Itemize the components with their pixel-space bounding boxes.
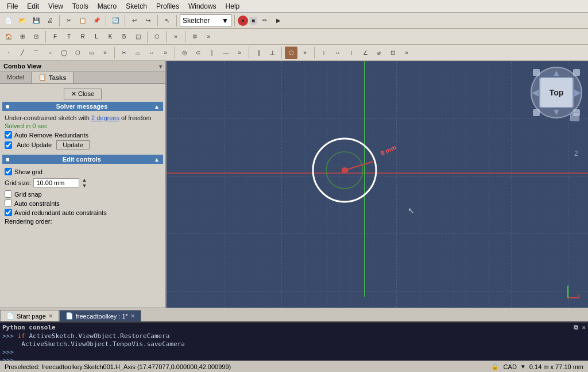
btn-con-horizontal[interactable]: — [219,47,232,59]
btn-con-angle[interactable]: ∠ [359,47,372,59]
menu-profiles[interactable]: Profiles [152,1,184,11]
btn-open[interactable]: 📂 [16,14,29,27]
nav-cube-arrow-left[interactable]: ◀ [532,87,539,98]
btn-view-top[interactable]: T [63,30,75,43]
btn-sketch-polyline[interactable]: ⬡ [71,47,84,59]
btn-sketch-circle[interactable]: ○ [44,47,56,59]
edit-section-checkbox[interactable]: ■ [6,156,10,163]
btn-sketch-more3[interactable]: » [400,47,413,59]
btn-edit-macro[interactable]: ✏ [258,14,271,27]
freecad-close[interactable]: ✕ [130,313,135,319]
start-page-close[interactable]: ✕ [48,313,53,319]
grid-size-down[interactable]: ▼ [82,183,87,189]
btn-sketch-more2[interactable]: » [159,47,172,59]
btn-con-hdist[interactable]: ↔ [331,47,344,59]
update-button[interactable]: Update [56,140,89,149]
btn-sketch-trim[interactable]: ✂ [118,47,130,59]
nav-cube-corner-bl[interactable] [533,109,540,116]
menu-sketch[interactable]: Sketch [121,1,152,11]
nav-cube-corner-tl[interactable] [533,69,540,76]
grid-snap-checkbox[interactable] [5,190,12,198]
show-grid-checkbox[interactable] [5,168,12,175]
btn-con-dist[interactable]: ↕ [318,47,330,59]
btn-sketch-fillet[interactable]: ⌓ [131,47,144,59]
auto-constraints-checkbox[interactable] [5,200,12,207]
btn-view-wire[interactable]: ⬡ [150,30,163,43]
btn-sketch-line[interactable]: ╱ [16,47,29,59]
btn-con-radius[interactable]: ⌀ [373,47,385,59]
btn-con-perp[interactable]: ⊥ [266,47,278,59]
btn-paste[interactable]: 📌 [90,14,103,27]
grid-size-up[interactable]: ▲ [82,177,87,183]
btn-con-lock[interactable]: ⬡ [285,47,297,59]
tab-freecadtoolkey[interactable]: 📄 freecadtoolkey : 1* ✕ [59,310,141,321]
btn-sketch-rect[interactable]: ▭ [85,47,98,59]
btn-view-more[interactable]: » [169,30,182,43]
tab-model[interactable]: Model [0,72,32,83]
btn-sketch-arc[interactable]: ⌒ [30,47,42,59]
menu-tools[interactable]: Tools [68,1,93,11]
solver-section-checkbox[interactable]: ■ [6,103,10,110]
menu-file[interactable]: File [2,1,22,11]
btn-sketch-ext[interactable]: ↔ [145,47,158,59]
btn-save[interactable]: 💾 [30,14,42,27]
btn-con-vdist[interactable]: ↕ [345,47,358,59]
canvas-area[interactable]: 8 mm ↖ 2 ▲ ▼ ◀ ▶ [167,61,588,308]
btn-sketch-more1[interactable]: » [99,47,111,59]
btn-redo[interactable]: ↪ [142,14,154,27]
btn-sketch-options[interactable]: ⚙ [188,30,201,43]
btn-view-front[interactable]: F [49,30,61,43]
nav-cube-face-top[interactable]: Top [539,77,574,108]
console-close-icon[interactable]: ✕ [582,324,586,331]
nav-cube-corner-tr[interactable] [573,69,580,76]
nav-cube[interactable]: ▲ ▼ ◀ ▶ Top [531,67,582,118]
menu-windows[interactable]: Windows [184,1,221,11]
workbench-dropdown[interactable]: Sketcher ▼ [180,14,231,27]
btn-copy[interactable]: 📋 [76,14,89,27]
nav-cube-small[interactable] [570,112,579,121]
btn-con-parallel[interactable]: ∥ [252,47,265,59]
btn-view-right[interactable]: R [76,30,89,43]
btn-macros[interactable]: ● [238,16,248,26]
btn-con-coincident[interactable]: ◎ [178,47,191,59]
nav-cube-arrow-bottom[interactable]: ▼ [552,107,561,117]
btn-run-macro[interactable]: ▶ [272,14,285,27]
tab-tasks[interactable]: 📋 Tasks [32,72,74,83]
btn-cut[interactable]: ✂ [63,14,75,27]
btn-print[interactable]: 🖨 [44,14,56,27]
btn-stop[interactable]: ■ [249,17,257,25]
btn-view-back[interactable]: K [104,30,117,43]
btn-view-bottom[interactable]: B [118,30,130,43]
btn-con-more[interactable]: » [233,47,246,59]
btn-con-more2[interactable]: » [299,47,311,59]
auto-remove-checkbox[interactable] [5,131,12,139]
btn-refresh[interactable]: 🔄 [109,14,122,27]
tab-start-page[interactable]: 📄 Start page ✕ [0,310,59,321]
grid-size-input[interactable] [33,178,79,187]
btn-view-home[interactable]: 🏠 [2,30,15,43]
btn-sketch-more[interactable]: » [202,30,215,43]
console-float-icon[interactable]: ⧉ [574,324,578,331]
btn-pointer[interactable]: ↖ [161,14,173,27]
menu-help[interactable]: Help [221,1,245,11]
auto-update-checkbox[interactable] [5,141,12,149]
btn-undo[interactable]: ↩ [128,14,141,27]
btn-sketch-ellipse[interactable]: ◯ [57,47,70,59]
menu-view[interactable]: View [44,1,68,11]
nav-cube-arrow-right[interactable]: ▶ [574,87,581,98]
btn-con-point-on-obj[interactable]: ⊂ [192,47,204,59]
menu-macro[interactable]: Macro [93,1,121,11]
solver-degrees-link[interactable]: 2 degrees [91,114,119,121]
btn-new[interactable]: 📄 [2,14,15,27]
btn-view-left[interactable]: L [90,30,103,43]
edit-collapse-icon[interactable]: ▲ [154,156,160,163]
btn-con-block[interactable]: ⊡ [386,47,399,59]
menu-edit[interactable]: Edit [22,1,44,11]
btn-con-vertical[interactable]: | [206,47,218,59]
btn-view-fit-all[interactable]: ⊞ [16,30,29,43]
close-button[interactable]: ✕ Close [64,89,102,99]
btn-view-fit-sel[interactable]: ⊡ [30,30,42,43]
solver-collapse-icon[interactable]: ▲ [154,103,160,110]
btn-view-iso[interactable]: ◱ [131,30,144,43]
btn-sketch-point[interactable]: · [2,47,15,59]
